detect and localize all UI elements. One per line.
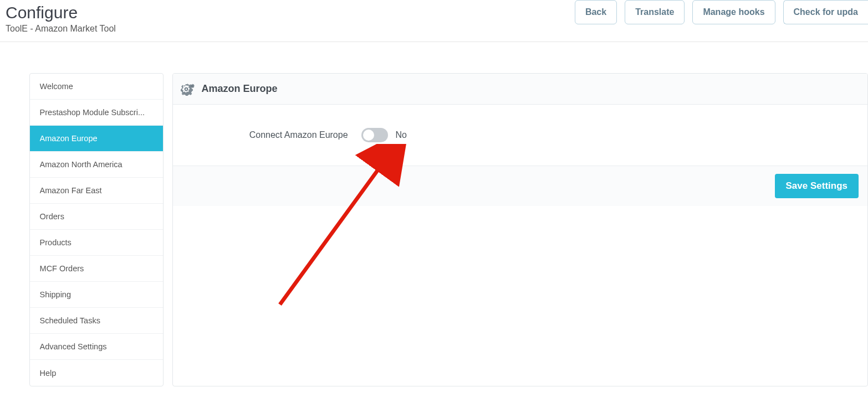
sidebar-item-label: Amazon Far East: [40, 186, 153, 195]
shell-inner: WelcomePrestashop Module Subscri...Amazo…: [26, 52, 868, 386]
manage-hooks-button[interactable]: Manage hooks: [692, 0, 775, 24]
back-button[interactable]: Back: [575, 0, 617, 24]
save-settings-button[interactable]: Save Settings: [775, 174, 859, 198]
sidebar-item-amazon-north-america[interactable]: Amazon North America: [30, 152, 163, 178]
connect-amazon-europe-label: Connect Amazon Europe: [173, 130, 361, 140]
sidebar: WelcomePrestashop Module Subscri...Amazo…: [29, 73, 164, 386]
page-subtitle: ToolE - Amazon Market Tool: [6, 24, 116, 34]
left-gutter: [0, 42, 26, 386]
sidebar-item-mcf-orders[interactable]: MCF Orders: [30, 256, 163, 282]
sidebar-item-label: Products: [40, 238, 153, 247]
panel-footer: Save Settings: [173, 166, 867, 206]
sidebar-item-amazon-far-east[interactable]: Amazon Far East: [30, 178, 163, 204]
sidebar-item-label: Amazon North America: [40, 160, 153, 169]
sidebar-item-scheduled-tasks[interactable]: Scheduled Tasks: [30, 308, 163, 334]
check-updates-button[interactable]: Check for upda: [783, 0, 868, 24]
page-title: Configure: [6, 3, 116, 22]
panel-title: Amazon Europe: [202, 83, 278, 95]
toggle-value-label: No: [396, 130, 407, 140]
sidebar-item-products[interactable]: Products: [30, 230, 163, 256]
header-left: Configure ToolE - Amazon Market Tool: [6, 0, 116, 34]
sidebar-item-shipping[interactable]: Shipping: [30, 282, 163, 308]
sidebar-item-welcome[interactable]: Welcome: [30, 74, 163, 100]
toggle-knob: [363, 130, 374, 141]
main-shell: WelcomePrestashop Module Subscri...Amazo…: [0, 42, 868, 386]
header-bar: Configure ToolE - Amazon Market Tool Bac…: [0, 0, 868, 42]
settings-panel: Amazon Europe Connect Amazon Europe No S…: [172, 73, 868, 386]
sidebar-item-label: Scheduled Tasks: [40, 316, 153, 325]
sidebar-item-advanced-settings[interactable]: Advanced Settings: [30, 334, 163, 360]
gears-icon: [181, 82, 195, 96]
panel-header: Amazon Europe: [173, 74, 867, 105]
sidebar-item-label: Help: [40, 369, 153, 378]
connect-amazon-europe-toggle[interactable]: [361, 128, 388, 142]
sidebar-item-label: Amazon Europe: [40, 134, 153, 143]
header-actions: Back Translate Manage hooks Check for up…: [575, 0, 868, 24]
sidebar-item-orders[interactable]: Orders: [30, 204, 163, 230]
sidebar-item-label: MCF Orders: [40, 264, 153, 273]
sidebar-item-label: Orders: [40, 212, 153, 221]
sidebar-item-label: Welcome: [40, 82, 153, 91]
sidebar-item-help[interactable]: Help: [30, 360, 163, 386]
sidebar-item-prestashop-module-subscri[interactable]: Prestashop Module Subscri...: [30, 100, 163, 126]
panel-body: Connect Amazon Europe No: [173, 105, 867, 166]
translate-button[interactable]: Translate: [625, 0, 685, 24]
sidebar-item-label: Advanced Settings: [40, 342, 153, 351]
sidebar-item-label: Shipping: [40, 290, 153, 299]
sidebar-item-amazon-europe[interactable]: Amazon Europe: [30, 126, 163, 152]
sidebar-item-label: Prestashop Module Subscri...: [40, 108, 153, 117]
